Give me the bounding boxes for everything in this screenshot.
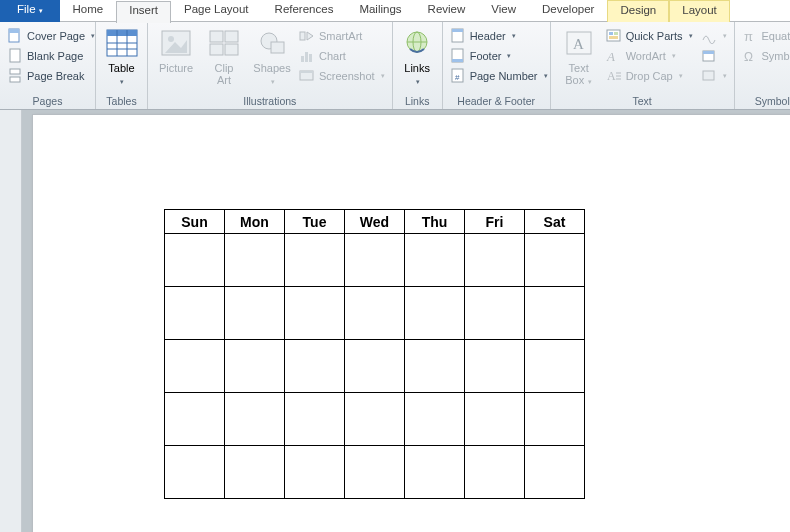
dropcap-button[interactable]: A Drop Cap▾	[603, 66, 696, 86]
tab-pagelayout[interactable]: Page Layout	[171, 0, 262, 22]
group-symbols: π Equation Ω Symbol▾ Symbols	[735, 22, 790, 109]
calendar-cell[interactable]	[405, 446, 465, 499]
calendar-cell[interactable]	[405, 340, 465, 393]
calendar-cell[interactable]	[465, 393, 525, 446]
screenshot-label: Screenshot	[319, 70, 375, 82]
tab-layout[interactable]: Layout	[669, 0, 730, 22]
symbol-button[interactable]: Ω Symbol▾	[739, 46, 790, 66]
quickparts-icon	[606, 28, 622, 44]
tab-developer[interactable]: Developer	[529, 0, 607, 22]
smartart-icon	[299, 28, 315, 44]
calendar-cell[interactable]	[525, 234, 585, 287]
calendar-cell[interactable]	[225, 446, 285, 499]
blank-page-button[interactable]: Blank Page	[4, 46, 98, 66]
links-button[interactable]: Links▾	[397, 24, 438, 94]
tab-file[interactable]: File▾	[0, 0, 60, 22]
calendar-cell[interactable]	[345, 287, 405, 340]
tab-insert[interactable]: Insert	[116, 1, 171, 23]
page-break-button[interactable]: Page Break	[4, 66, 98, 86]
calendar-cell[interactable]	[225, 340, 285, 393]
tab-mailings[interactable]: Mailings	[346, 0, 414, 22]
calendar-cell[interactable]	[345, 340, 405, 393]
calendar-cell[interactable]	[405, 287, 465, 340]
picture-button[interactable]: Picture	[152, 24, 200, 94]
group-symbols-label: Symbols	[739, 94, 790, 109]
calendar-cell[interactable]	[465, 287, 525, 340]
calendar-header-cell: Wed	[345, 210, 405, 234]
textbox-icon: A	[562, 26, 596, 60]
links-icon	[400, 26, 434, 60]
calendar-cell[interactable]	[225, 393, 285, 446]
table-button[interactable]: Table▾	[100, 24, 143, 94]
svg-rect-33	[452, 59, 463, 62]
calendar-cell[interactable]	[465, 446, 525, 499]
calendar-cell[interactable]	[525, 340, 585, 393]
calendar-row	[165, 446, 585, 499]
calendar-cell[interactable]	[285, 234, 345, 287]
chart-icon	[299, 48, 315, 64]
datetime-button[interactable]	[698, 46, 730, 66]
object-button[interactable]: ▾	[698, 66, 730, 86]
calendar-cell[interactable]	[405, 393, 465, 446]
calendar-cell[interactable]	[165, 340, 225, 393]
page-area[interactable]: SunMonTueWedThuFriSat	[22, 110, 790, 532]
calendar-cell[interactable]	[345, 393, 405, 446]
calendar-header-cell: Fri	[465, 210, 525, 234]
calendar-cell[interactable]	[405, 234, 465, 287]
wordart-button[interactable]: A WordArt▾	[603, 46, 696, 66]
cover-page-button[interactable]: Cover Page▾	[4, 26, 98, 46]
shapes-button[interactable]: Shapes▾	[248, 24, 296, 94]
links-label: Links	[404, 62, 430, 74]
calendar-cell[interactable]	[165, 393, 225, 446]
symbol-label: Symbol	[762, 50, 790, 62]
calendar-row	[165, 287, 585, 340]
calendar-cell[interactable]	[165, 234, 225, 287]
svg-rect-31	[452, 29, 463, 32]
calendar-cell[interactable]	[345, 446, 405, 499]
tab-references[interactable]: References	[262, 0, 347, 22]
calendar-cell[interactable]	[285, 287, 345, 340]
signature-button[interactable]: ▾	[698, 26, 730, 46]
chart-button[interactable]: Chart	[296, 46, 388, 66]
smartart-button[interactable]: SmartArt	[296, 26, 388, 46]
calendar-cell[interactable]	[225, 234, 285, 287]
calendar-header-cell: Sun	[165, 210, 225, 234]
calendar-cell[interactable]	[525, 287, 585, 340]
svg-rect-23	[305, 52, 308, 62]
footer-button[interactable]: Footer▾	[447, 46, 551, 66]
document-page[interactable]: SunMonTueWedThuFriSat	[32, 114, 790, 532]
calendar-cell[interactable]	[525, 393, 585, 446]
equation-icon: π	[742, 28, 758, 44]
tab-design[interactable]: Design	[607, 0, 669, 22]
calendar-cell[interactable]	[525, 446, 585, 499]
svg-rect-14	[210, 31, 223, 42]
calendar-table[interactable]: SunMonTueWedThuFriSat	[164, 209, 585, 499]
calendar-cell[interactable]	[225, 287, 285, 340]
tab-view[interactable]: View	[478, 0, 529, 22]
screenshot-button[interactable]: Screenshot▾	[296, 66, 388, 86]
calendar-cell[interactable]	[465, 234, 525, 287]
svg-text:A: A	[606, 49, 615, 64]
svg-rect-2	[10, 49, 20, 62]
calendar-cell[interactable]	[285, 446, 345, 499]
calendar-cell[interactable]	[165, 287, 225, 340]
calendar-cell[interactable]	[165, 446, 225, 499]
svg-rect-20	[300, 32, 305, 40]
equation-button[interactable]: π Equation	[739, 26, 790, 46]
header-button[interactable]: Header▾	[447, 26, 551, 46]
picture-label: Picture	[159, 62, 193, 74]
svg-rect-17	[225, 44, 238, 55]
tab-review[interactable]: Review	[415, 0, 479, 22]
calendar-header-cell: Sat	[525, 210, 585, 234]
clipart-icon	[207, 26, 241, 60]
calendar-cell[interactable]	[345, 234, 405, 287]
calendar-cell[interactable]	[465, 340, 525, 393]
calendar-cell[interactable]	[285, 393, 345, 446]
tab-home[interactable]: Home	[60, 0, 117, 22]
textbox-button[interactable]: A Text Box ▾	[555, 24, 603, 94]
clipart-button[interactable]: Clip Art	[200, 24, 248, 94]
calendar-cell[interactable]	[285, 340, 345, 393]
pagenumber-button[interactable]: # Page Number▾	[447, 66, 551, 86]
group-headerfooter-label: Header & Footer	[447, 94, 546, 109]
quickparts-button[interactable]: Quick Parts▾	[603, 26, 696, 46]
